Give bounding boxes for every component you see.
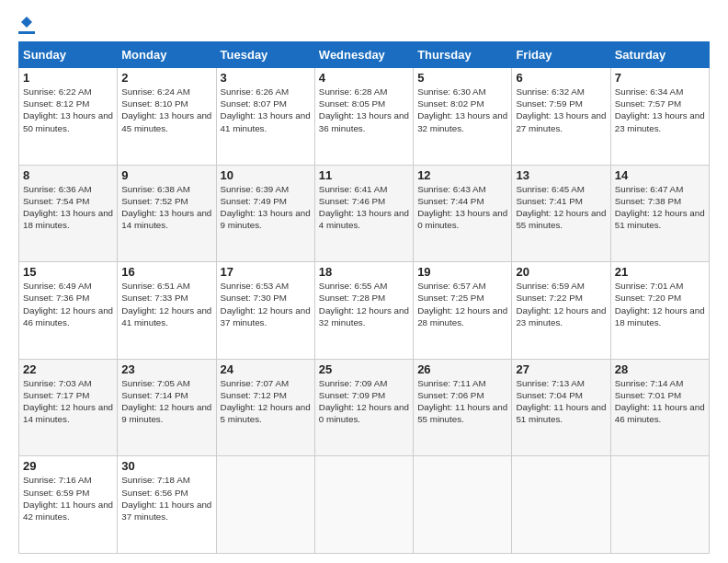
day-number: 18: [319, 265, 409, 279]
calendar-cell: 24 Sunrise: 7:07 AMSunset: 7:12 PMDaylig…: [216, 359, 314, 456]
day-number: 13: [516, 168, 606, 182]
calendar-cell: [314, 456, 413, 554]
day-detail: Sunrise: 6:49 AMSunset: 7:36 PMDaylight:…: [23, 280, 113, 328]
day-detail: Sunrise: 7:09 AMSunset: 7:09 PMDaylight:…: [319, 377, 409, 426]
calendar-cell: 13 Sunrise: 6:45 AMSunset: 7:41 PMDaylig…: [512, 165, 610, 262]
day-number: 11: [319, 168, 409, 182]
day-detail: Sunrise: 6:57 AMSunset: 7:25 PMDaylight:…: [417, 280, 507, 328]
weekday-tuesday: Tuesday: [216, 42, 314, 68]
calendar-cell: [216, 456, 314, 554]
calendar-cell: 7 Sunrise: 6:34 AMSunset: 7:57 PMDayligh…: [610, 68, 709, 166]
day-detail: Sunrise: 7:07 AMSunset: 7:12 PMDaylight:…: [221, 377, 311, 426]
calendar-cell: 21 Sunrise: 7:01 AMSunset: 7:20 PMDaylig…: [610, 262, 709, 360]
day-number: 3: [221, 71, 311, 85]
weekday-monday: Monday: [118, 42, 216, 68]
svg-marker-0: [21, 17, 32, 28]
day-number: 7: [615, 71, 705, 85]
day-number: 2: [121, 71, 211, 85]
day-detail: Sunrise: 6:34 AMSunset: 7:57 PMDaylight:…: [615, 86, 705, 134]
calendar-cell: 3 Sunrise: 6:26 AMSunset: 8:07 PMDayligh…: [216, 68, 314, 166]
logo: [18, 15, 35, 34]
calendar-cell: 1 Sunrise: 6:22 AMSunset: 8:12 PMDayligh…: [19, 68, 118, 166]
day-number: 30: [121, 459, 211, 473]
day-detail: Sunrise: 6:51 AMSunset: 7:33 PMDaylight:…: [121, 280, 211, 328]
day-number: 9: [121, 168, 211, 182]
calendar-cell: 6 Sunrise: 6:32 AMSunset: 7:59 PMDayligh…: [512, 68, 610, 166]
calendar-cell: 20 Sunrise: 6:59 AMSunset: 7:22 PMDaylig…: [512, 262, 610, 360]
calendar-table: SundayMondayTuesdayWednesdayThursdayFrid…: [18, 41, 710, 554]
day-number: 22: [23, 362, 113, 376]
calendar-cell: 16 Sunrise: 6:51 AMSunset: 7:33 PMDaylig…: [118, 262, 216, 360]
day-number: 17: [221, 265, 311, 279]
logo-icon: [19, 15, 34, 29]
day-number: 16: [121, 265, 211, 279]
logo-underline: [18, 31, 35, 34]
calendar-cell: 29 Sunrise: 7:16 AMSunset: 6:59 PMDaylig…: [19, 456, 118, 554]
calendar-cell: 19 Sunrise: 6:57 AMSunset: 7:25 PMDaylig…: [414, 262, 512, 360]
day-detail: Sunrise: 7:11 AMSunset: 7:06 PMDaylight:…: [417, 377, 507, 426]
day-number: 12: [417, 168, 507, 182]
day-detail: Sunrise: 6:38 AMSunset: 7:52 PMDaylight:…: [121, 183, 211, 232]
calendar-cell: 14 Sunrise: 6:47 AMSunset: 7:38 PMDaylig…: [610, 165, 709, 262]
day-number: 25: [319, 362, 409, 376]
calendar-cell: 15 Sunrise: 6:49 AMSunset: 7:36 PMDaylig…: [19, 262, 118, 360]
weekday-thursday: Thursday: [414, 42, 512, 68]
day-number: 1: [23, 71, 113, 85]
day-detail: Sunrise: 7:01 AMSunset: 7:20 PMDaylight:…: [615, 280, 705, 328]
calendar-cell: [610, 456, 709, 554]
day-detail: Sunrise: 6:47 AMSunset: 7:38 PMDaylight:…: [615, 183, 705, 232]
day-detail: Sunrise: 6:30 AMSunset: 8:02 PMDaylight:…: [417, 86, 507, 134]
day-number: 26: [417, 362, 507, 376]
day-detail: Sunrise: 6:39 AMSunset: 7:49 PMDaylight:…: [221, 183, 311, 232]
calendar-cell: 17 Sunrise: 6:53 AMSunset: 7:30 PMDaylig…: [216, 262, 314, 360]
day-number: 29: [23, 459, 113, 473]
day-detail: Sunrise: 6:24 AMSunset: 8:10 PMDaylight:…: [121, 86, 211, 134]
day-detail: Sunrise: 6:28 AMSunset: 8:05 PMDaylight:…: [319, 86, 409, 134]
day-detail: Sunrise: 7:13 AMSunset: 7:04 PMDaylight:…: [516, 377, 606, 426]
day-detail: Sunrise: 7:03 AMSunset: 7:17 PMDaylight:…: [23, 377, 113, 426]
day-detail: Sunrise: 6:26 AMSunset: 8:07 PMDaylight:…: [221, 86, 311, 134]
day-detail: Sunrise: 6:22 AMSunset: 8:12 PMDaylight:…: [23, 86, 113, 134]
day-detail: Sunrise: 7:14 AMSunset: 7:01 PMDaylight:…: [615, 377, 705, 426]
day-number: 10: [221, 168, 311, 182]
day-number: 21: [615, 265, 705, 279]
day-number: 8: [23, 168, 113, 182]
calendar-cell: 4 Sunrise: 6:28 AMSunset: 8:05 PMDayligh…: [314, 68, 413, 166]
day-number: 15: [23, 265, 113, 279]
page: SundayMondayTuesdayWednesdayThursdayFrid…: [0, 0, 728, 563]
calendar-cell: 23 Sunrise: 7:05 AMSunset: 7:14 PMDaylig…: [118, 359, 216, 456]
calendar-cell: [512, 456, 610, 554]
day-number: 14: [615, 168, 705, 182]
day-detail: Sunrise: 6:36 AMSunset: 7:54 PMDaylight:…: [23, 183, 113, 232]
weekday-wednesday: Wednesday: [314, 42, 413, 68]
calendar-cell: 2 Sunrise: 6:24 AMSunset: 8:10 PMDayligh…: [118, 68, 216, 166]
day-number: 24: [221, 362, 311, 376]
calendar-cell: 8 Sunrise: 6:36 AMSunset: 7:54 PMDayligh…: [19, 165, 118, 262]
day-number: 20: [516, 265, 606, 279]
calendar-cell: 10 Sunrise: 6:39 AMSunset: 7:49 PMDaylig…: [216, 165, 314, 262]
calendar-cell: 9 Sunrise: 6:38 AMSunset: 7:52 PMDayligh…: [118, 165, 216, 262]
weekday-saturday: Saturday: [610, 42, 709, 68]
day-number: 28: [615, 362, 705, 376]
calendar-cell: 18 Sunrise: 6:55 AMSunset: 7:28 PMDaylig…: [314, 262, 413, 360]
day-detail: Sunrise: 6:43 AMSunset: 7:44 PMDaylight:…: [417, 183, 507, 232]
calendar-cell: 28 Sunrise: 7:14 AMSunset: 7:01 PMDaylig…: [610, 359, 709, 456]
weekday-friday: Friday: [512, 42, 610, 68]
weekday-sunday: Sunday: [19, 42, 118, 68]
calendar-cell: 22 Sunrise: 7:03 AMSunset: 7:17 PMDaylig…: [19, 359, 118, 456]
calendar-cell: 30 Sunrise: 7:18 AMSunset: 6:56 PMDaylig…: [118, 456, 216, 554]
calendar-cell: 5 Sunrise: 6:30 AMSunset: 8:02 PMDayligh…: [414, 68, 512, 166]
calendar-cell: 27 Sunrise: 7:13 AMSunset: 7:04 PMDaylig…: [512, 359, 610, 456]
calendar-cell: [414, 456, 512, 554]
day-detail: Sunrise: 6:55 AMSunset: 7:28 PMDaylight:…: [319, 280, 409, 328]
day-detail: Sunrise: 7:18 AMSunset: 6:56 PMDaylight:…: [121, 474, 211, 523]
day-detail: Sunrise: 6:32 AMSunset: 7:59 PMDaylight:…: [516, 86, 606, 134]
calendar-cell: 12 Sunrise: 6:43 AMSunset: 7:44 PMDaylig…: [414, 165, 512, 262]
day-detail: Sunrise: 6:45 AMSunset: 7:41 PMDaylight:…: [516, 183, 606, 232]
calendar-cell: 26 Sunrise: 7:11 AMSunset: 7:06 PMDaylig…: [414, 359, 512, 456]
day-detail: Sunrise: 6:53 AMSunset: 7:30 PMDaylight:…: [221, 280, 311, 328]
day-number: 27: [516, 362, 606, 376]
header: [18, 15, 710, 34]
calendar-cell: 11 Sunrise: 6:41 AMSunset: 7:46 PMDaylig…: [314, 165, 413, 262]
weekday-header-row: SundayMondayTuesdayWednesdayThursdayFrid…: [19, 42, 710, 68]
